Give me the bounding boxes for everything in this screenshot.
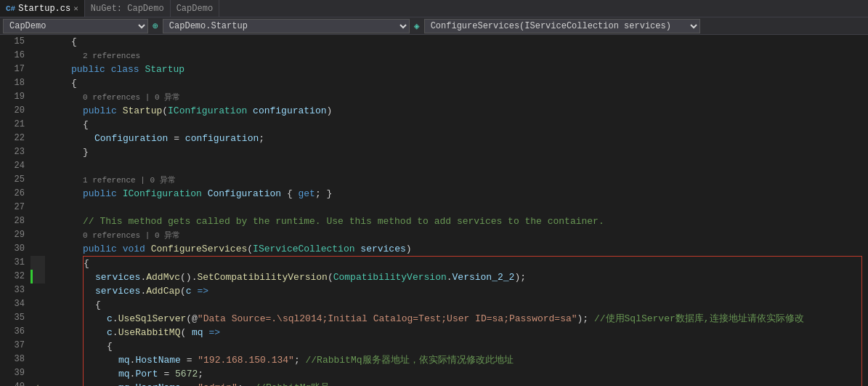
- code-line-29: 0 references | 0 异常: [48, 228, 868, 242]
- nav-right-icon: ◈: [411, 20, 423, 32]
- highlighted-code-block: { services.AddMvc().SetCompatibilityVers…: [83, 256, 862, 386]
- line-num-18: 18: [0, 76, 25, 90]
- line-num-36: ⊟ 36: [0, 325, 25, 339]
- line-num-27: 27: [0, 201, 25, 214]
- code-editor: 15 16 ⊟ 17 18 19 ⊟ 20 21 22 23 24 25 26 …: [0, 35, 868, 386]
- line-num-20: ⊟ 20: [0, 104, 25, 118]
- class-selector[interactable]: CapDemo: [3, 19, 148, 33]
- line-num-32: 32: [0, 270, 25, 284]
- line-num-21: 21: [0, 118, 25, 132]
- code-line-36: c.UseRabbitMQ( mq =>: [84, 326, 861, 339]
- tab-nuget-label: NuGet: CapDemo: [91, 4, 164, 14]
- code-line-25: 1 reference | 0 异常: [48, 173, 868, 187]
- code-line-35: c.UseSqlServer(@"Data Source=.\sql2014;I…: [84, 312, 861, 326]
- line-num-19: 19: [0, 90, 25, 104]
- line-num-40: 40: [0, 380, 25, 386]
- cs-file-icon: C#: [6, 4, 15, 13]
- namespace-selector[interactable]: CapDemo.Startup: [163, 19, 410, 33]
- tab-nuget[interactable]: NuGet: CapDemo: [85, 0, 171, 17]
- line-num-34: 34: [0, 297, 25, 311]
- line-num-23: 23: [0, 145, 25, 159]
- code-line-34: {: [84, 298, 861, 312]
- code-line-37: {: [84, 339, 861, 353]
- code-line-20: public Startup(IConfiguration configurat…: [48, 104, 868, 118]
- code-line-28: // This method gets called by the runtim…: [48, 214, 868, 228]
- code-content[interactable]: { 2 references public class Startup { 0 …: [45, 35, 868, 386]
- code-line-22: Configuration = configuration;: [48, 132, 868, 145]
- code-line-17: public class Startup: [48, 63, 868, 76]
- code-line-23: }: [48, 145, 868, 159]
- code-line-40: mq.UserName = "admin"; //RabbitMq账号: [84, 381, 861, 386]
- tab-startup-close[interactable]: ✕: [73, 4, 78, 13]
- code-line-31: {: [84, 257, 861, 270]
- tab-capdemo-label: CapDemo: [177, 4, 213, 14]
- code-line-32: services.AddMvc().SetCompatibilityVersio…: [84, 270, 861, 284]
- line-num-22: 22: [0, 132, 25, 145]
- nav-middle-icon: ⊕: [150, 20, 161, 32]
- tab-capdemo[interactable]: CapDemo: [171, 0, 219, 17]
- code-line-16: 2 references: [48, 49, 868, 63]
- nav-bar: CapDemo ⊕ CapDemo.Startup ◈ ConfigureSer…: [0, 17, 868, 35]
- code-line-21: {: [48, 118, 868, 132]
- line-num-30: ⊟ 30: [0, 242, 25, 256]
- line-num-15: 15: [0, 35, 25, 49]
- tab-bar: C# Startup.cs ✕ NuGet: CapDemo CapDemo: [0, 0, 868, 17]
- tab-startup-cs[interactable]: C# Startup.cs ✕: [0, 0, 85, 17]
- line-num-33: ⊟ 33: [0, 284, 25, 297]
- line-num-35: 35: [0, 311, 25, 325]
- code-line-39: mq.Port = 5672;: [84, 367, 861, 381]
- gutter-column: ⚠: [31, 35, 45, 386]
- code-line-30: public void ConfigureServices(IServiceCo…: [48, 242, 868, 256]
- line-num-39: 39: [0, 366, 25, 380]
- tab-startup-label: Startup.cs: [18, 4, 70, 14]
- line-num-29: 29: [0, 228, 25, 242]
- line-num-25: 25: [0, 173, 25, 187]
- line-num-17: ⊟ 17: [0, 63, 25, 76]
- code-line-18: {: [48, 76, 868, 90]
- line-num-31: 31: [0, 256, 25, 270]
- line-numbers: 15 16 ⊟ 17 18 19 ⊟ 20 21 22 23 24 25 26 …: [0, 35, 31, 386]
- line-num-24: 24: [0, 159, 25, 173]
- code-line-19: 0 references | 0 异常: [48, 90, 868, 104]
- code-line-27: [48, 201, 868, 214]
- code-line-24: [48, 159, 868, 173]
- code-line-38: mq.HostName = "192.168.150.134"; //Rabbi…: [84, 353, 861, 367]
- line-num-37: 37: [0, 339, 25, 353]
- line-num-28: 28: [0, 214, 25, 228]
- code-line-26: public IConfiguration Configuration { ge…: [48, 187, 868, 201]
- code-line-33: services.AddCap(c =>: [84, 284, 861, 298]
- line-num-38: 38: [0, 353, 25, 366]
- method-selector[interactable]: ConfigureServices(IServiceCollection ser…: [424, 19, 700, 33]
- code-line-15: {: [48, 35, 868, 49]
- line-num-16: 16: [0, 49, 25, 63]
- line-num-26: 26: [0, 187, 25, 201]
